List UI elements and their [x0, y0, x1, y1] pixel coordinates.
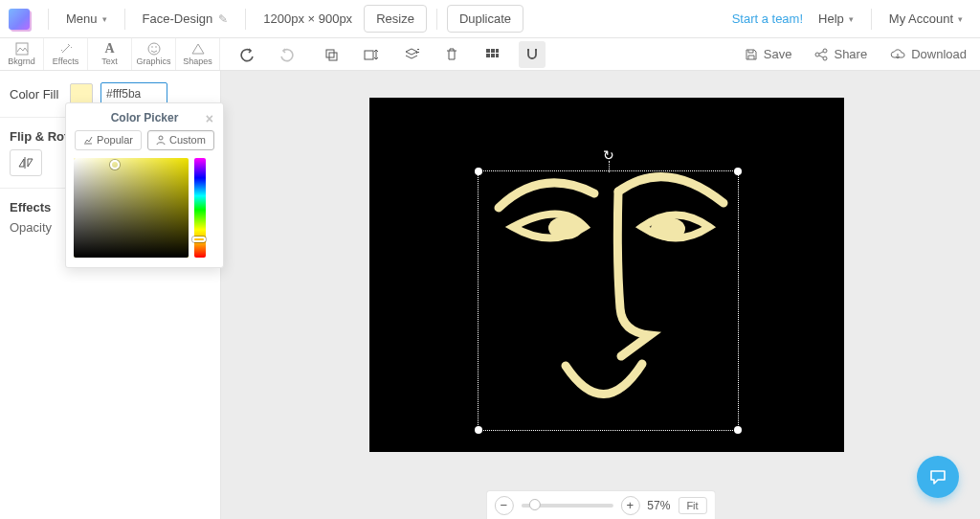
tab-background[interactable]: Bkgrnd [0, 38, 44, 70]
hue-slider[interactable] [194, 158, 206, 258]
top-bar: Menu ▾ Face-Design ✎ 1200px × 900px Resi… [0, 0, 980, 38]
zoom-bar: − + 57% Fit [485, 490, 715, 519]
app-logo[interactable] [0, 0, 38, 38]
flip-horizontal-button[interactable] [10, 149, 42, 176]
svg-rect-6 [365, 51, 373, 59]
svg-rect-8 [491, 49, 495, 53]
layer-order-button[interactable] [358, 41, 385, 68]
svg-rect-9 [496, 49, 499, 53]
text-icon: A [104, 42, 114, 56]
rotate-stem [609, 161, 610, 172]
help-dropdown[interactable]: Help▾ [811, 0, 861, 38]
grid-button[interactable] [479, 41, 505, 68]
picker-tab-popular[interactable]: Popular [75, 130, 142, 150]
caret-down-icon: ▾ [958, 14, 963, 24]
tab-graphics[interactable]: Graphics [132, 38, 176, 70]
zoom-in-button[interactable]: + [620, 496, 639, 515]
save-icon [745, 48, 758, 61]
design-canvas[interactable]: ↻ [369, 98, 844, 452]
caret-down-icon: ▾ [849, 14, 854, 24]
person-icon [156, 135, 166, 145]
share-icon [814, 48, 828, 61]
cloud-download-icon [890, 48, 905, 61]
zoom-out-button[interactable]: − [494, 496, 513, 515]
svg-rect-10 [486, 54, 490, 57]
chat-icon [928, 467, 947, 486]
undo-button[interactable] [234, 41, 260, 68]
selection-handle-nw[interactable] [475, 168, 482, 175]
duplicate-button[interactable]: Duplicate [447, 5, 523, 33]
background-icon [15, 42, 29, 56]
account-dropdown[interactable]: My Account▾ [881, 0, 970, 38]
triangle-icon [191, 42, 205, 56]
svg-point-3 [155, 46, 157, 48]
download-button[interactable]: Download [890, 47, 967, 61]
start-team-link[interactable]: Start a team! [724, 0, 811, 38]
caret-down-icon: ▾ [102, 14, 107, 24]
copy-button[interactable] [318, 41, 345, 68]
canvas-dimensions: 1200px × 900px [256, 0, 360, 38]
zoom-slider[interactable] [521, 504, 612, 508]
svg-rect-11 [491, 54, 495, 57]
svg-rect-5 [329, 53, 337, 60]
tab-text[interactable]: A Text [88, 38, 132, 70]
selection-handle-ne[interactable] [734, 168, 742, 175]
svg-point-2 [151, 46, 153, 48]
resize-button[interactable]: Resize [364, 5, 427, 33]
save-button[interactable]: Save [745, 47, 792, 61]
share-button[interactable]: Share [814, 47, 867, 61]
color-swatch[interactable] [70, 83, 93, 104]
zoom-fit-button[interactable]: Fit [678, 497, 706, 514]
svg-point-14 [815, 53, 819, 56]
saturation-handle[interactable] [110, 160, 120, 169]
color-picker-popover: Color Picker × Popular Custom [65, 102, 224, 268]
redo-button[interactable] [274, 41, 301, 68]
tab-effects[interactable]: Effects [44, 38, 88, 70]
delete-button[interactable] [438, 41, 465, 68]
side-panel: Color Fill Flip & Rota Effects Opacity C… [0, 71, 221, 519]
svg-rect-7 [486, 49, 490, 53]
selection-handle-sw[interactable] [475, 426, 482, 434]
menu-label: Menu [66, 11, 98, 26]
picker-tab-custom[interactable]: Custom [147, 130, 214, 150]
svg-rect-4 [326, 50, 334, 57]
tool-tabs: Bkgrnd Effects A Text Graphics Shapes [0, 38, 980, 71]
pencil-icon: ✎ [218, 12, 228, 26]
selection-handle-se[interactable] [734, 426, 742, 434]
smiley-icon [147, 42, 161, 56]
snap-button[interactable] [519, 41, 546, 68]
zoom-slider-knob[interactable] [528, 499, 540, 510]
svg-point-15 [823, 56, 827, 60]
flip-horizontal-icon [17, 155, 34, 170]
design-name[interactable]: Face-Design ✎ [135, 0, 236, 38]
color-fill-label: Color Fill [10, 87, 62, 102]
magic-wand-icon [59, 42, 73, 56]
svg-point-1 [148, 43, 160, 55]
svg-point-16 [159, 136, 163, 140]
canvas-workspace[interactable]: ↻ − + 57% Fit [221, 71, 980, 519]
color-picker-title: Color Picker [111, 111, 179, 124]
close-icon[interactable]: × [206, 111, 213, 126]
svg-rect-12 [496, 54, 499, 57]
selection-box[interactable] [478, 170, 739, 431]
layers-button[interactable] [398, 41, 425, 68]
help-chat-button[interactable] [917, 456, 959, 498]
svg-point-13 [823, 49, 827, 53]
hue-handle[interactable] [192, 237, 206, 242]
saturation-area[interactable] [74, 158, 189, 258]
tab-shapes[interactable]: Shapes [176, 38, 220, 70]
canvas-toolbar: Save Share Download [220, 38, 980, 70]
zoom-percent: 57% [647, 499, 670, 512]
chart-icon [83, 135, 93, 145]
menu-dropdown[interactable]: Menu ▾ [58, 0, 115, 38]
